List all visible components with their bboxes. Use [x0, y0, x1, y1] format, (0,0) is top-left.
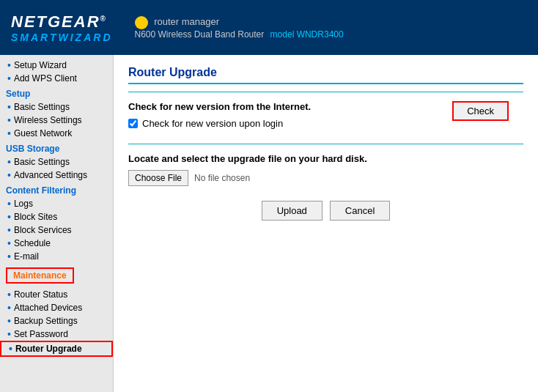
action-buttons: Upload Cancel	[128, 201, 523, 221]
bullet-icon: •	[7, 303, 11, 313]
sidebar-item-basic-settings-setup[interactable]: • Basic Settings	[0, 100, 113, 114]
file-upload-label: Locate and select the upgrade file on yo…	[128, 153, 523, 164]
bullet-icon: •	[7, 128, 11, 138]
sidebar-item-label: Setup Wizard	[14, 60, 67, 70]
sidebar-section-usb: USB Storage	[0, 140, 113, 155]
sidebar-item-label: Router Upgrade	[15, 344, 82, 354]
file-upload-section: Locate and select the upgrade file on yo…	[128, 144, 523, 186]
choose-file-button[interactable]: Choose File	[128, 170, 188, 186]
bullet-icon: •	[7, 225, 11, 235]
sidebar-item-setup-wizard[interactable]: • Setup Wizard	[0, 59, 113, 72]
sidebar-item-wireless-settings[interactable]: • Wireless Settings	[0, 114, 113, 127]
bullet-icon: •	[7, 289, 11, 300]
upload-button[interactable]: Upload	[262, 201, 323, 221]
logo-area: NETGEAR® SMARTWIZARD	[11, 12, 113, 43]
sidebar-item-router-upgrade[interactable]: • Router Upgrade	[0, 341, 113, 357]
sidebar-item-logs[interactable]: • Logs	[0, 197, 113, 210]
check-version-section: Check for new version from the Internet.…	[128, 101, 523, 112]
bullet-icon: •	[7, 115, 11, 125]
bullet-icon: •	[7, 73, 11, 84]
sidebar-item-advanced-settings[interactable]: • Advanced Settings	[0, 169, 113, 182]
content-area: Router Upgrade Check for new version fro…	[114, 55, 538, 392]
sidebar-item-backup-settings[interactable]: • Backup Settings	[0, 314, 113, 328]
bullet-icon: •	[7, 251, 11, 262]
bullet-icon: •	[7, 199, 11, 209]
header: NETGEAR® SMARTWIZARD router manager N600…	[0, 0, 538, 55]
sidebar-item-label: Basic Settings	[14, 157, 70, 167]
bullet-icon: •	[7, 157, 11, 167]
smartwizard-logo: SMARTWIZARD	[11, 32, 113, 43]
sidebar-item-label: Logs	[14, 199, 33, 209]
sidebar-item-label: Backup Settings	[14, 316, 78, 326]
sidebar-item-router-status[interactable]: • Router Status	[0, 288, 113, 301]
smartwizard-text: SMARTWIZARD	[11, 32, 113, 43]
bullet-icon: •	[7, 170, 11, 180]
netgear-logo: NETGEAR®	[11, 12, 113, 32]
router-desc-text: N600 Wireless Dual Band Router	[135, 29, 265, 40]
no-file-text: No file chosen	[194, 173, 250, 183]
bullet-icon: •	[9, 344, 12, 354]
sidebar-section-setup: Setup	[0, 85, 113, 100]
sidebar-section-content-filtering: Content Filtering	[0, 182, 113, 197]
sidebar-item-attached-devices[interactable]: • Attached Devices	[0, 301, 113, 314]
trademark: ®	[100, 14, 107, 22]
sidebar-item-label: Block Sites	[14, 212, 57, 222]
sidebar-item-label: Basic Settings	[14, 102, 70, 112]
netgear-text: NETGEAR	[11, 12, 100, 31]
check-login-label: Check for new version upon login	[142, 118, 283, 129]
sidebar-item-label: Wireless Settings	[14, 115, 82, 125]
sidebar: • Setup Wizard • Add WPS Client Setup • …	[0, 55, 114, 392]
bullet-icon: •	[7, 212, 11, 222]
sidebar-item-label: Set Password	[14, 329, 68, 339]
bullet-icon: •	[7, 102, 11, 112]
sidebar-item-basic-settings-usb[interactable]: • Basic Settings	[0, 155, 113, 169]
router-manager-text: router manager	[154, 16, 219, 27]
page-title: Router Upgrade	[128, 66, 523, 84]
sidebar-item-add-wps[interactable]: • Add WPS Client	[0, 72, 113, 85]
sidebar-item-label: Schedule	[14, 238, 51, 248]
gear-icon	[135, 16, 148, 29]
sidebar-item-set-password[interactable]: • Set Password	[0, 328, 113, 341]
file-row: Choose File No file chosen	[128, 170, 523, 186]
sidebar-item-label: Guest Network	[14, 128, 72, 138]
sidebar-item-block-sites[interactable]: • Block Sites	[0, 210, 113, 223]
sidebar-item-guest-network[interactable]: • Guest Network	[0, 127, 113, 140]
check-login-checkbox[interactable]	[128, 119, 138, 128]
sidebar-item-block-services[interactable]: • Block Services	[0, 223, 113, 237]
router-model-row: N600 Wireless Dual Band Router model WND…	[135, 29, 344, 40]
sidebar-item-email[interactable]: • E-mail	[0, 250, 113, 263]
sidebar-section-maintenance: Maintenance	[6, 267, 74, 284]
bullet-icon: •	[7, 329, 11, 339]
bullet-icon: •	[7, 60, 11, 70]
sidebar-item-label: Attached Devices	[14, 303, 82, 313]
check-version-label: Check for new version from the Internet.	[128, 101, 311, 112]
bullet-icon: •	[7, 316, 11, 326]
sidebar-item-label: Router Status	[14, 289, 67, 300]
router-info: router manager N600 Wireless Dual Band R…	[135, 16, 344, 40]
check-button[interactable]: Check	[452, 101, 509, 121]
sidebar-item-label: E-mail	[14, 251, 39, 262]
sidebar-item-label: Advanced Settings	[14, 170, 87, 180]
sidebar-item-label: Block Services	[14, 225, 72, 235]
sidebar-item-schedule[interactable]: • Schedule	[0, 237, 113, 250]
section-divider-top	[128, 92, 523, 92]
bullet-icon: •	[7, 238, 11, 248]
router-manager-row: router manager	[135, 16, 344, 29]
cancel-button[interactable]: Cancel	[330, 201, 390, 221]
main-layout: • Setup Wizard • Add WPS Client Setup • …	[0, 55, 538, 392]
router-model-text: model WNDR3400	[270, 29, 344, 40]
sidebar-item-label: Add WPS Client	[14, 73, 77, 84]
